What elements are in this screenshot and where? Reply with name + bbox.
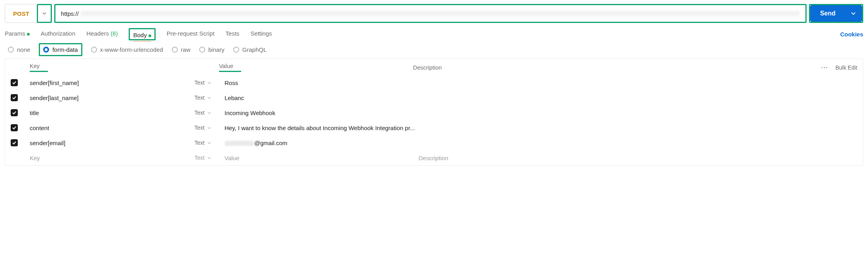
cell-key[interactable]: sender[last_name] <box>30 95 194 101</box>
th-key: Key <box>30 63 219 72</box>
table-row: sender[last_name]TextLebanc <box>5 90 863 105</box>
table-header: Key Value Description ··· Bulk Edit <box>5 59 863 75</box>
cell-type-select[interactable]: Text <box>194 125 225 131</box>
send-button-wrap: Send <box>809 4 863 23</box>
cell-key[interactable]: sender[email] <box>30 140 194 146</box>
chevron-down-icon <box>207 141 211 145</box>
radio-formdata-highlight: form-data <box>39 43 82 56</box>
cell-key[interactable]: title <box>30 110 194 116</box>
radio-urlencoded[interactable]: x-www-form-urlencoded <box>91 46 163 53</box>
formdata-table: Key Value Description ··· Bulk Edit send… <box>5 59 863 166</box>
table-row: sender[email]Text@gmail.com <box>5 135 863 150</box>
request-bar: POST https:// Send <box>5 4 863 23</box>
cell-value[interactable]: Hey, I want to know the details about In… <box>225 125 419 131</box>
tab-tests[interactable]: Tests <box>226 30 240 38</box>
radio-icon <box>91 47 97 53</box>
radio-binary[interactable]: binary <box>199 46 225 53</box>
tab-authorization[interactable]: Authorization <box>41 30 76 38</box>
radio-icon <box>172 47 178 53</box>
checkbox[interactable] <box>11 79 18 86</box>
body-type-radios: none form-data x-www-form-urlencoded raw… <box>5 39 863 59</box>
check-icon <box>12 125 17 130</box>
table-header-actions: ··· Bulk Edit <box>821 64 857 71</box>
placeholder-value[interactable]: Value <box>225 155 419 161</box>
send-button[interactable]: Send <box>810 5 862 22</box>
checkbox[interactable] <box>11 139 18 146</box>
radio-raw[interactable]: raw <box>172 46 190 53</box>
radio-icon <box>43 47 49 53</box>
url-prefix: https:// <box>61 10 79 17</box>
cell-key[interactable]: sender[first_name] <box>30 79 194 86</box>
checkbox[interactable] <box>11 109 18 116</box>
cell-type-select[interactable]: Text <box>194 110 225 116</box>
cell-value[interactable]: @gmail.com <box>225 140 419 146</box>
request-tabs: Params Authorization Headers (8) Body Pr… <box>5 30 863 39</box>
checkbox[interactable] <box>11 124 18 131</box>
th-description: Description <box>413 64 857 71</box>
table-placeholder-row[interactable]: Key Text Value Description <box>5 150 863 165</box>
tabs-right: Cookies <box>840 31 863 38</box>
cell-value[interactable]: Lebanc <box>225 95 419 101</box>
chevron-down-icon <box>207 96 211 100</box>
check-icon <box>12 80 17 85</box>
send-dropdown[interactable] <box>845 11 862 16</box>
chevron-down-icon <box>851 11 856 16</box>
chevron-down-icon <box>207 156 211 160</box>
tab-body-highlight: Body <box>129 28 155 40</box>
chevron-down-icon <box>207 126 211 130</box>
placeholder-key[interactable]: Key <box>30 155 194 161</box>
chevron-down-icon <box>42 11 47 16</box>
cell-type-select[interactable]: Text <box>194 140 225 146</box>
table-row: titleTextIncoming Webhook <box>5 105 863 120</box>
dot-indicator <box>27 33 30 36</box>
chevron-down-icon <box>207 81 211 85</box>
method-dropdown[interactable] <box>37 4 52 23</box>
more-icon[interactable]: ··· <box>821 64 828 71</box>
checkbox[interactable] <box>11 94 18 101</box>
check-icon <box>12 140 17 145</box>
placeholder-desc[interactable]: Description <box>419 155 857 161</box>
placeholder-type[interactable]: Text <box>194 155 225 161</box>
method-select[interactable]: POST <box>5 4 52 23</box>
table-row: sender[first_name]TextRoss <box>5 75 863 90</box>
send-label: Send <box>811 10 845 17</box>
radio-graphql[interactable]: GraphQL <box>233 46 267 53</box>
cell-value[interactable]: Ross <box>225 79 419 86</box>
cell-value[interactable]: Incoming Webhook <box>225 110 419 116</box>
tab-prerequest[interactable]: Pre-request Script <box>167 30 215 38</box>
check-icon <box>12 110 17 115</box>
radio-none[interactable]: none <box>8 46 30 53</box>
tab-settings[interactable]: Settings <box>251 30 272 38</box>
tab-params[interactable]: Params <box>5 30 30 38</box>
cell-key[interactable]: content <box>30 125 194 131</box>
th-value: Value <box>219 63 413 72</box>
table-row: contentTextHey, I want to know the detai… <box>5 120 863 135</box>
method-label: POST <box>5 4 37 23</box>
url-input-wrap[interactable]: https:// <box>54 4 807 23</box>
url-redacted <box>80 11 800 16</box>
tab-body[interactable]: Body <box>133 32 151 40</box>
radio-icon <box>199 47 205 53</box>
chevron-down-icon <box>207 111 211 115</box>
dot-indicator <box>148 34 151 37</box>
email-redacted <box>225 141 254 146</box>
radio-icon <box>233 47 239 53</box>
bulk-edit-link[interactable]: Bulk Edit <box>836 64 857 71</box>
check-icon <box>12 95 17 100</box>
radio-formdata[interactable]: form-data <box>43 46 78 53</box>
cell-type-select[interactable]: Text <box>194 95 225 101</box>
cookies-link[interactable]: Cookies <box>840 31 863 38</box>
radio-icon <box>8 47 14 53</box>
cell-type-select[interactable]: Text <box>194 79 225 86</box>
tab-headers[interactable]: Headers (8) <box>86 30 118 38</box>
